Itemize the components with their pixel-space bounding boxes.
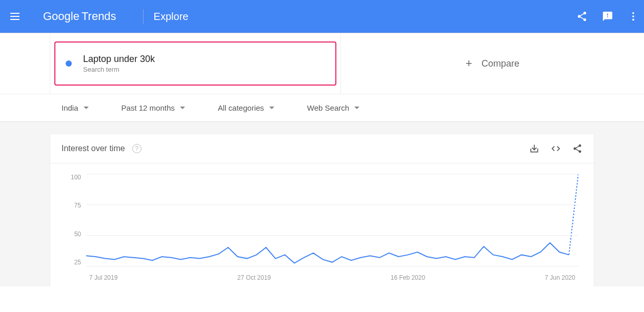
filters-row: India Past 12 months All categories Web … (0, 94, 644, 122)
chevron-down-icon (354, 107, 359, 109)
chart-header: Interest over time ? (50, 134, 594, 163)
filter-time-label: Past 12 months (122, 103, 175, 112)
content-area: Laptop under 30k Search term + Compare I… (0, 33, 644, 286)
search-term-type: Search term (83, 66, 155, 73)
more-icon[interactable] (628, 11, 639, 22)
share-icon[interactable] (572, 143, 582, 154)
logo-text-google: Google (43, 10, 79, 23)
download-icon[interactable] (529, 143, 539, 154)
plus-icon: + (466, 57, 472, 70)
y-axis: 100 75 50 25 (61, 174, 81, 266)
logo-text-trends: Trends (82, 10, 116, 23)
x-tick: 27 Oct 2019 (237, 274, 271, 281)
y-tick: 75 (61, 202, 81, 209)
svg-point-2 (632, 19, 634, 21)
x-tick: 16 Feb 2020 (391, 274, 425, 281)
chart-plot (86, 174, 578, 266)
chevron-down-icon (180, 107, 185, 109)
search-term-box[interactable]: Laptop under 30k Search term (54, 41, 336, 86)
y-tick: 100 (61, 174, 81, 181)
compare-card[interactable]: + Compare (341, 33, 644, 94)
share-icon[interactable] (576, 11, 588, 22)
x-tick: 7 Jun 2020 (545, 274, 575, 281)
app-header: Google Trends Explore (0, 0, 644, 33)
search-cards-row: Laptop under 30k Search term + Compare (0, 33, 644, 94)
compare-label: Compare (481, 58, 519, 69)
y-tick: 25 (61, 259, 81, 266)
header-actions (576, 11, 639, 22)
chevron-down-icon (269, 107, 274, 109)
spacer (0, 33, 50, 94)
divider (143, 9, 144, 24)
help-icon[interactable]: ? (132, 144, 142, 153)
logo[interactable]: Google Trends (43, 10, 116, 23)
chart-body: 100 75 50 25 7 Jul 2019 27 Oct 2019 16 F… (50, 163, 594, 286)
page-title: Explore (154, 11, 189, 23)
filter-region-label: India (62, 103, 78, 112)
embed-icon[interactable] (551, 143, 561, 154)
filter-time[interactable]: Past 12 months (122, 103, 185, 112)
menu-icon[interactable] (10, 10, 23, 23)
x-axis: 7 Jul 2019 27 Oct 2019 16 Feb 2020 7 Jun… (86, 274, 578, 281)
search-term-label: Laptop under 30k (83, 54, 155, 65)
y-tick: 50 (61, 231, 81, 238)
feedback-icon[interactable] (602, 11, 613, 22)
filter-category[interactable]: All categories (218, 103, 274, 112)
filter-search-type[interactable]: Web Search (307, 103, 359, 112)
line-chart (86, 174, 578, 266)
chart-title: Interest over time (62, 144, 125, 153)
filter-region[interactable]: India (62, 103, 89, 112)
svg-point-1 (632, 15, 634, 17)
svg-point-0 (632, 12, 634, 14)
color-dot-icon (66, 60, 72, 67)
search-term-card: Laptop under 30k Search term (50, 33, 341, 94)
filter-category-label: All categories (218, 103, 264, 112)
chevron-down-icon (84, 107, 89, 109)
chart-actions (529, 143, 582, 154)
x-tick: 7 Jul 2019 (89, 274, 117, 281)
filter-search-type-label: Web Search (307, 103, 349, 112)
chart-card: Interest over time ? 100 75 50 25 (50, 134, 594, 286)
